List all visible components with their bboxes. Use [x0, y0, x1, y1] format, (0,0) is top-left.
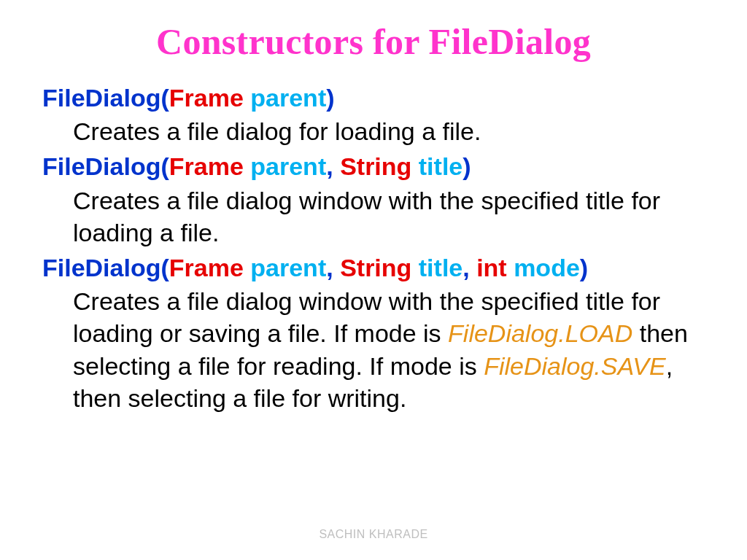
param-type: Frame: [169, 84, 251, 112]
param-name: title: [419, 254, 462, 281]
constructor-description: Creates a file dialog window with the sp…: [42, 184, 705, 249]
param-name: parent: [250, 152, 326, 180]
param-type: Frame: [169, 152, 251, 180]
param-type: int: [476, 254, 514, 281]
param-type: String: [340, 152, 419, 180]
slide: Constructors for FileDialog FileDialog(F…: [0, 0, 747, 560]
slide-title: Constructors for FileDialog: [42, 20, 705, 63]
param-name: title: [419, 152, 462, 180]
mode-constant: FileDialog.SAVE: [484, 352, 665, 380]
mode-constant: FileDialog.LOAD: [448, 319, 632, 347]
method-name: FileDialog(: [42, 254, 169, 281]
separator: ,: [326, 254, 340, 281]
method-name: FileDialog(: [42, 84, 169, 112]
paren-close: ): [580, 254, 588, 281]
param-type: String: [340, 254, 419, 281]
param-name: parent: [250, 84, 326, 112]
desc-text: Creates a file dialog for loading a file…: [73, 117, 481, 145]
paren-close: ): [462, 152, 471, 180]
constructor-signature: FileDialog(Frame parent, String title, i…: [42, 252, 705, 284]
separator: ,: [462, 254, 476, 281]
constructor-description: Creates a file dialog for loading a file…: [42, 115, 705, 147]
constructor-description: Creates a file dialog window with the sp…: [42, 285, 705, 414]
param-name: parent: [250, 254, 326, 281]
constructor-signature: FileDialog(Frame parent, String title): [42, 150, 705, 182]
paren-close: ): [326, 84, 334, 112]
desc-text: Creates a file dialog window with the sp…: [73, 187, 660, 246]
constructor-signature: FileDialog(Frame parent): [42, 82, 705, 114]
param-type: Frame: [169, 254, 251, 281]
param-name: mode: [514, 254, 580, 281]
footer-author: SACHIN KHARADE: [0, 528, 747, 541]
separator: ,: [326, 152, 340, 180]
method-name: FileDialog(: [42, 152, 169, 180]
